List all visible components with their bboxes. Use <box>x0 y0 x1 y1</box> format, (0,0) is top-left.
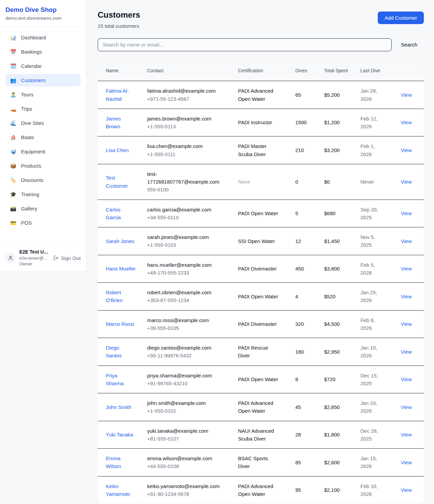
view-link[interactable]: View <box>401 238 412 244</box>
customer-email: lisa.chen@example.com <box>147 142 220 150</box>
spiral-calendar-icon: 🗓️ <box>10 63 17 69</box>
table-row: Priya Sharma priya.sharma@example.com +9… <box>98 366 424 393</box>
view-link[interactable]: View <box>401 376 412 382</box>
customer-count: 15 total customers <box>98 23 140 29</box>
view-link[interactable]: View <box>401 487 412 493</box>
customer-last-dive: Sep 20, 2025 <box>360 206 384 222</box>
sidebar-item-pos[interactable]: 💳 POS <box>5 217 81 229</box>
column-header-actions <box>397 60 424 81</box>
customer-dives: 320 <box>295 310 324 338</box>
view-link[interactable]: View <box>401 92 412 98</box>
customer-name-link[interactable]: Robert O'Brien <box>106 288 136 304</box>
sidebar-item-dashboard[interactable]: 📊 Dashboard <box>5 31 81 44</box>
bar-chart-icon: 📊 <box>10 35 17 40</box>
sidebar-item-products[interactable]: 📦 Products <box>5 160 81 172</box>
view-link[interactable]: View <box>401 179 412 185</box>
customer-name-link[interactable]: Lisa Chen <box>106 146 136 154</box>
customer-total-spent: $680 <box>324 200 360 227</box>
sidebar-item-training[interactable]: 🎓 Training <box>5 188 81 201</box>
customer-certification: PADI Divemaster <box>238 265 280 273</box>
customer-name-link[interactable]: Hans Mueller <box>106 265 136 273</box>
customer-name-link[interactable]: John Smith <box>106 403 136 411</box>
table-row: Robert O'Brien robert.obrien@example.com… <box>98 283 424 311</box>
column-header-contact: Contact <box>147 60 238 81</box>
customer-name-link[interactable]: James Brown <box>106 115 136 131</box>
view-link[interactable]: View <box>401 210 412 216</box>
customer-certification: None <box>238 178 280 186</box>
customer-dives: 12 <box>295 227 324 255</box>
view-link[interactable]: View <box>401 266 412 272</box>
sidebar-item-label: Discounts <box>21 177 43 183</box>
sidebar-header: Demo Dive Shop demo.test.divestreams.com <box>0 0 86 27</box>
customer-name-link[interactable]: Test Customer <box>106 174 136 190</box>
customer-email: james.brown@example.com <box>147 115 220 123</box>
sidebar-item-customers[interactable]: 👥 Customers <box>5 74 81 87</box>
customer-certification: PADI Advanced Open Water <box>238 482 280 498</box>
customer-certification: PADI Advanced Open Water <box>238 87 280 103</box>
table-row: Test Customer test-1772681807767@example… <box>98 164 424 200</box>
customer-certification: PADI Rescue Diver <box>238 344 280 360</box>
customer-dives: 65 <box>295 81 324 109</box>
user-email: e2e-tester@... <box>19 255 50 261</box>
customer-phone: +49-170-555-2233 <box>147 269 234 277</box>
sidebar-item-tours[interactable]: 🏝️ Tours <box>5 88 81 101</box>
sidebar-item-dive-sites[interactable]: 🌊 Dive Sites <box>5 117 81 129</box>
customer-total-spent: $3,200 <box>324 136 360 164</box>
customer-name-link[interactable]: Fatima Al-Rashid <box>106 87 136 103</box>
customer-email: priya.sharma@example.com <box>147 372 220 379</box>
sidebar-item-discounts[interactable]: 🏷️ Discounts <box>5 174 81 186</box>
table-row: Fatima Al-Rashid fatima.alrashid@example… <box>98 81 424 109</box>
customer-total-spent: $1,200 <box>324 109 360 136</box>
customer-name-link[interactable]: Keiko Yamamoto <box>106 482 136 498</box>
view-link[interactable]: View <box>401 432 412 437</box>
sign-out-button[interactable]: Sign Out <box>53 255 81 261</box>
view-link[interactable]: View <box>401 349 412 355</box>
customer-name-link[interactable]: Priya Sharma <box>106 372 136 388</box>
sidebar-item-gallery[interactable]: 📸 Gallery <box>5 202 81 215</box>
user-avatar <box>5 253 16 263</box>
customer-dives: 1500 <box>295 109 324 136</box>
table-row: Diego Santos diego.santos@example.com +5… <box>98 338 424 366</box>
customer-certification: NAUI Advanced Scuba Diver <box>238 427 280 443</box>
customer-total-spent: $2,850 <box>324 393 360 421</box>
customer-name-link[interactable]: Emma Wilson <box>106 454 136 470</box>
graduation-cap-icon: 🎓 <box>10 192 17 197</box>
customer-name-link[interactable]: Carlos Garcia <box>106 206 136 222</box>
customer-dives: 180 <box>295 338 324 366</box>
sidebar-item-boats[interactable]: ⛵ Boats <box>5 131 81 144</box>
view-link[interactable]: View <box>401 294 412 299</box>
sidebar-item-trips[interactable]: 🚤 Trips <box>5 102 81 115</box>
customer-email: hans.mueller@example.com <box>147 261 220 269</box>
customer-name-link[interactable]: Diego Santos <box>106 344 136 360</box>
camera-icon: 📸 <box>10 206 17 211</box>
sidebar-item-label: POS <box>21 220 32 226</box>
sidebar-item-calendar[interactable]: 🗓️ Calendar <box>5 60 81 72</box>
sidebar-nav: 📊 Dashboard 📅 Bookings 🗓️ Calendar 👥 Cus… <box>0 27 86 244</box>
customer-name-link[interactable]: Sarah Jones <box>106 237 136 245</box>
customer-certification: PADI Open Water <box>238 293 280 300</box>
add-customer-button[interactable]: Add Customer <box>378 12 424 24</box>
customer-certification: PADI Open Water <box>238 209 280 217</box>
table-row: Yuki Tanaka yuki.tanaka@example.com +81-… <box>98 421 424 449</box>
sidebar-item-label: Trips <box>21 106 32 112</box>
customer-name-link[interactable]: Marco Rossi <box>106 320 136 328</box>
view-link[interactable]: View <box>401 460 412 465</box>
view-link[interactable]: View <box>401 321 412 327</box>
column-header-last-dive: Last Dive <box>360 60 397 81</box>
customer-name-link[interactable]: Yuki Tanaka <box>106 431 136 438</box>
customer-total-spent: $2,600 <box>324 449 360 477</box>
view-link[interactable]: View <box>401 119 412 125</box>
sidebar-item-equipment[interactable]: 🤿 Equipment <box>5 145 81 158</box>
view-link[interactable]: View <box>401 147 412 153</box>
search-input[interactable] <box>98 38 392 51</box>
sign-out-icon <box>53 255 59 261</box>
customer-last-dive: Feb 1, 2026 <box>360 142 384 158</box>
search-bar: Search <box>98 38 424 51</box>
package-icon: 📦 <box>10 163 17 168</box>
view-link[interactable]: View <box>401 404 412 410</box>
customer-phone: 555-0100 <box>147 186 234 193</box>
search-button[interactable]: Search <box>401 42 417 48</box>
sidebar-item-bookings[interactable]: 📅 Bookings <box>5 45 81 58</box>
customer-total-spent: $1,450 <box>324 227 360 255</box>
customer-last-dive: Nov 5, 2025 <box>360 233 384 249</box>
